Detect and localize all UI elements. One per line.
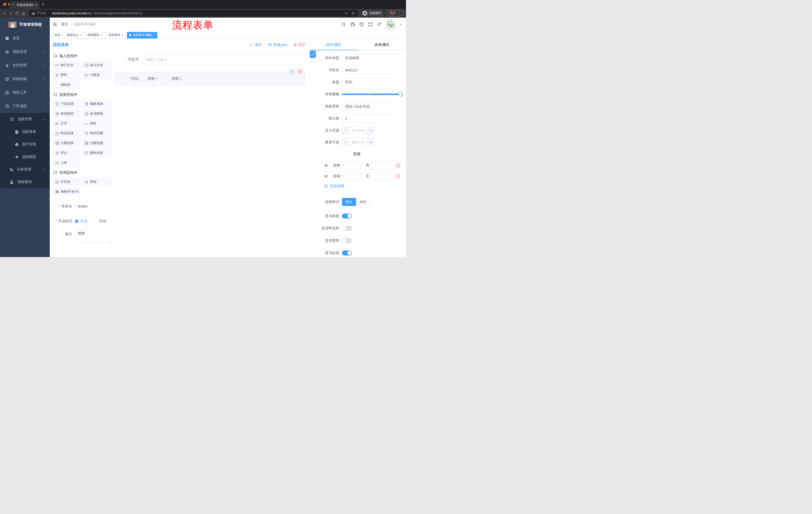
style-default-button[interactable]: 默认 xyxy=(342,198,356,206)
label-width-input[interactable] xyxy=(342,102,399,110)
hamburger-icon[interactable] xyxy=(52,22,57,27)
component-item-1-5[interactable]: 滑块 xyxy=(82,119,110,128)
max-stepper-placeholder[interactable]: 最多可选 xyxy=(349,139,367,146)
gender-option-0[interactable]: 选项一 xyxy=(142,77,158,81)
delete-widget-button[interactable] xyxy=(297,69,302,74)
style-button-button[interactable]: 按钮 xyxy=(356,198,370,206)
gender-option-1[interactable]: 选项二 xyxy=(166,77,182,81)
duplicate-widget-button[interactable] xyxy=(289,69,295,74)
page-tab-1[interactable]: 流程定义× xyxy=(64,32,84,38)
view-json-button[interactable]: 查看json xyxy=(268,43,287,47)
link-icon[interactable] xyxy=(310,51,316,58)
resize-handle-icon[interactable] xyxy=(109,240,111,242)
close-window-button[interactable] xyxy=(3,3,6,6)
close-tab-icon[interactable]: × xyxy=(153,34,155,37)
toggle-1[interactable] xyxy=(342,226,352,231)
sidebar-item-9[interactable]: 流程模型 xyxy=(0,151,50,163)
sidebar-item-8[interactable]: 用户分组 xyxy=(0,138,50,151)
page-tab-2[interactable]: 流程模型× xyxy=(85,32,105,38)
remove-option-icon[interactable] xyxy=(396,163,401,168)
component-item-0-1[interactable]: 多行文本 xyxy=(82,61,110,70)
sidebar-item-11[interactable]: 请假查询 xyxy=(0,176,50,188)
reload-icon[interactable] xyxy=(15,11,19,15)
drag-option-icon[interactable] xyxy=(324,163,328,167)
sidebar-item-2[interactable]: 支付管理 xyxy=(0,59,50,72)
component-item-1-0[interactable]: 下拉选择 xyxy=(53,100,81,108)
toggle-3[interactable] xyxy=(342,250,352,255)
phone-input[interactable] xyxy=(142,55,303,64)
fullscreen-icon[interactable] xyxy=(368,22,373,27)
component-item-1-4[interactable]: 开关 xyxy=(53,119,81,128)
component-type-select[interactable]: 多选框组 xyxy=(342,54,399,62)
option-label-input[interactable] xyxy=(330,161,361,169)
option-label-input[interactable] xyxy=(330,172,361,180)
close-tab-icon[interactable]: × xyxy=(101,34,102,37)
save-button[interactable]: 保存 xyxy=(250,43,262,47)
help-icon[interactable] xyxy=(359,22,364,27)
component-item-1-7[interactable]: 时间范围 xyxy=(82,129,110,138)
component-item-0-0[interactable]: 单行文本 xyxy=(53,61,81,70)
sidebar-item-7[interactable]: 流程表单 xyxy=(0,126,50,138)
option-value-input[interactable] xyxy=(363,172,394,180)
min-stepper-placeholder[interactable]: 至少应选 xyxy=(349,127,367,134)
home-icon[interactable] xyxy=(21,11,25,15)
field-name-input[interactable] xyxy=(342,66,399,74)
component-item-0-2[interactable]: 密码 xyxy=(53,71,81,79)
tab-form-props[interactable]: 表单属性 xyxy=(358,39,406,50)
font-size-icon[interactable] xyxy=(377,22,381,27)
new-tab-button[interactable] xyxy=(41,2,45,6)
remove-option-icon[interactable] xyxy=(396,174,401,179)
canvas-field-gender-selected[interactable]: *性别 选项一选项二 xyxy=(114,72,306,86)
form-name-input[interactable] xyxy=(75,202,112,211)
avatar[interactable] xyxy=(386,19,395,29)
component-item-2-2[interactable]: 表格[开发中] xyxy=(53,187,81,196)
sidebar-item-1[interactable]: 系统管理 xyxy=(0,45,50,59)
forward-icon[interactable] xyxy=(9,11,13,15)
component-item-1-8[interactable]: 日期选择 xyxy=(53,139,81,147)
sidebar-item-5[interactable]: 工作流程 xyxy=(0,99,50,113)
bookmark-star-icon[interactable] xyxy=(351,11,355,15)
close-tab-icon[interactable]: × xyxy=(80,34,81,37)
sidebar-item-10[interactable]: 任务管理 xyxy=(0,163,50,176)
github-icon[interactable] xyxy=(350,22,355,27)
form-grid-slider[interactable] xyxy=(342,90,401,98)
toggle-0[interactable] xyxy=(342,214,352,218)
status-on-radio[interactable]: 开启 xyxy=(75,219,87,223)
add-option-button[interactable]: 添加选项 xyxy=(324,184,401,188)
component-item-0-4[interactable]: 编辑器 xyxy=(53,80,81,89)
drag-option-icon[interactable] xyxy=(324,174,328,178)
checkbox-icon[interactable] xyxy=(142,77,145,80)
slider-handle[interactable] xyxy=(398,92,403,97)
clear-button[interactable]: 清空 xyxy=(293,43,306,47)
component-item-2-0[interactable]: 行容器 xyxy=(53,178,81,186)
option-value-input[interactable] xyxy=(363,161,394,169)
browser-update-menu-button[interactable]: 更新 xyxy=(387,10,404,16)
component-item-2-1[interactable]: 按钮 xyxy=(82,178,110,186)
component-item-1-12[interactable]: 上传 xyxy=(53,158,81,167)
canvas-field-phone[interactable]: *手机号 xyxy=(112,55,303,64)
sidebar-item-0[interactable]: 首页 xyxy=(0,31,50,45)
breadcrumb-home[interactable]: 首页 xyxy=(61,22,68,27)
tab-component-props[interactable]: 组件属性 xyxy=(310,39,358,50)
plus-button[interactable]: + xyxy=(367,127,374,134)
component-item-0-3[interactable]: 123计数器 xyxy=(82,71,110,79)
status-off-radio[interactable]: 关闭 xyxy=(94,219,106,223)
page-tab-3[interactable]: 流程表单× xyxy=(106,32,126,38)
sidebar-item-3[interactable]: 基础设施 xyxy=(0,72,50,86)
sidebar-item-4[interactable]: 研发工具 xyxy=(0,86,50,99)
title-input[interactable] xyxy=(342,78,399,86)
toggle-2[interactable] xyxy=(342,238,352,243)
component-item-1-9[interactable]: 日期范围 xyxy=(82,139,110,147)
plus-button[interactable]: + xyxy=(367,139,374,146)
minus-button[interactable]: − xyxy=(342,139,349,146)
sidebar-item-6[interactable]: 流程管理 xyxy=(0,113,50,126)
close-tab-icon[interactable]: ✕ xyxy=(35,3,37,7)
component-item-1-6[interactable]: 时间选择 xyxy=(53,129,81,138)
component-item-1-11[interactable]: 颜色选择 xyxy=(82,148,110,157)
security-label[interactable]: 不安全 xyxy=(37,11,47,15)
component-item-1-3[interactable]: 多选框组 xyxy=(82,109,110,118)
default-value-input[interactable] xyxy=(342,114,399,123)
browser-tab[interactable]: 芋道管理系统 ✕ xyxy=(9,1,39,9)
page-tab-4[interactable]: 流程表单-编辑× xyxy=(127,32,157,38)
page-tab-0[interactable]: 首页 xyxy=(52,32,63,38)
